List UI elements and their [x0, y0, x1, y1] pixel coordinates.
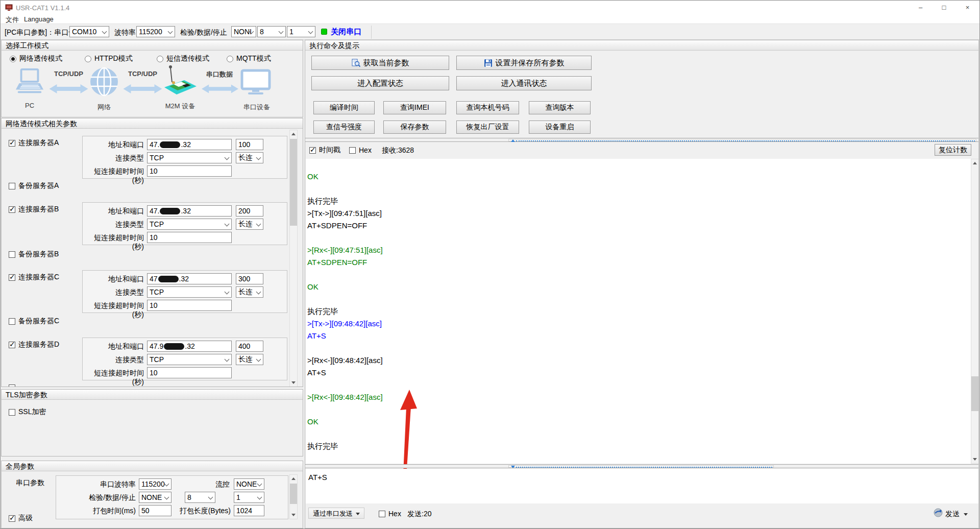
global-parity-select[interactable]: NONE	[139, 492, 172, 503]
flow-control-select[interactable]: NONE	[234, 478, 264, 490]
server-d-port-input[interactable]	[236, 341, 263, 352]
backup-server-b-checkbox[interactable]: 备份服务器B	[9, 250, 59, 258]
mode-radio-net-passthrough[interactable]: 网络透传模式	[10, 55, 62, 63]
global-baud-select[interactable]: 115200	[139, 478, 172, 490]
log-splitter-top[interactable]	[305, 138, 978, 142]
collapse-up-icon[interactable]	[511, 139, 515, 142]
ssl-checkbox[interactable]: SSL加密	[9, 408, 46, 416]
stopbits-select[interactable]: 1	[287, 26, 315, 37]
chevron-down-icon	[308, 29, 313, 34]
scroll-up-icon[interactable]	[290, 475, 297, 483]
collapse-down-icon[interactable]	[511, 466, 515, 468]
mode-radio-mqtt[interactable]: MQTT模式	[227, 55, 271, 63]
send-icon[interactable]	[934, 508, 943, 517]
server-a-port-input[interactable]	[236, 139, 263, 150]
send-hex-checkbox[interactable]: Hex	[379, 510, 401, 518]
server-c-timeout-input[interactable]	[147, 300, 232, 311]
server-b-conn-type-select[interactable]: TCP	[147, 219, 232, 230]
pack-time-label: 打包时间(ms)	[56, 507, 136, 516]
backup-server-c-checkbox[interactable]: 备份服务器C	[9, 317, 59, 325]
log-splitter-bottom[interactable]	[305, 464, 978, 468]
server-d-address-input[interactable]: 47.9.32	[147, 341, 232, 352]
scrollbar-thumb[interactable]	[971, 376, 978, 411]
mode-radio-httpd[interactable]: HTTPD模式	[85, 55, 133, 63]
log-hex-checkbox[interactable]: Hex	[349, 146, 372, 154]
compile-time-button[interactable]: 编译时间	[313, 101, 375, 114]
query-version-button[interactable]: 查询版本	[529, 101, 591, 114]
server-c-keepalive-select[interactable]: 长连	[236, 286, 263, 298]
reset-count-button[interactable]: 复位计数	[935, 144, 971, 156]
databits-select[interactable]: 8	[257, 26, 286, 37]
global-stopbits-select[interactable]: 1	[234, 492, 264, 503]
server-c-port-input[interactable]	[236, 273, 263, 284]
pc-serial-params-label: [PC串口参数]：串口号	[5, 28, 76, 37]
pack-time-input[interactable]	[139, 505, 172, 516]
server-b-keepalive-select[interactable]: 长连	[236, 219, 263, 230]
close-serial-button[interactable]: 关闭串口	[331, 27, 361, 37]
server-b-port-input[interactable]	[236, 205, 263, 217]
query-phone-number-button[interactable]: 查询本机号码	[456, 101, 519, 114]
pack-length-input[interactable]	[234, 505, 264, 516]
maximize-button[interactable]: □	[933, 1, 955, 14]
server-d-timeout-input[interactable]	[147, 367, 232, 378]
log-scrollbar[interactable]	[971, 159, 979, 464]
enter-comm-button[interactable]: 进入通讯状态	[456, 76, 592, 90]
advanced-checkbox[interactable]: 高级	[9, 514, 33, 522]
query-signal-button[interactable]: 查信号强度	[313, 121, 375, 134]
server-b-timeout-input[interactable]	[147, 232, 232, 243]
chevron-down-icon	[257, 482, 262, 487]
scroll-up-icon[interactable]	[971, 159, 978, 167]
server-a-keepalive-select[interactable]: 长连	[236, 152, 263, 163]
server-b-checkbox[interactable]: 连接服务器B	[9, 205, 59, 213]
server-c-checkbox[interactable]: 连接服务器C	[9, 273, 59, 281]
set-save-params-button[interactable]: 设置并保存所有参数	[456, 56, 592, 70]
send-via-serial-dropdown[interactable]: 通过串口发送	[308, 508, 364, 519]
server-a-address-input[interactable]: 47..32	[147, 139, 232, 150]
global-databits-select[interactable]: 8	[185, 492, 215, 503]
scroll-down-icon[interactable]	[971, 455, 978, 463]
server-a-timeout-input[interactable]	[147, 165, 232, 177]
addr-prefix: 47.	[150, 140, 159, 149]
server-c-address-input[interactable]: 47.32	[147, 273, 232, 284]
server-b-address-input[interactable]: 47..32	[147, 205, 232, 217]
save-params-button[interactable]: 保存参数	[383, 121, 446, 134]
scroll-up-icon[interactable]	[290, 130, 297, 138]
mode-radio-sms-passthrough[interactable]: 短信透传模式	[157, 55, 209, 63]
scrollbar-thumb[interactable]	[290, 484, 297, 504]
server-d-keepalive-select[interactable]: 长连	[236, 354, 263, 365]
device-restart-button[interactable]: 设备重启	[529, 121, 591, 134]
global-scrollbar[interactable]	[289, 474, 298, 519]
minimize-button[interactable]: –	[909, 1, 932, 14]
server-a-conn-type-select[interactable]: TCP	[147, 152, 232, 163]
server-list-scrollbar[interactable]	[289, 130, 298, 387]
com-port-select[interactable]: COM10	[69, 26, 109, 37]
send-button[interactable]: 发送	[945, 510, 968, 519]
splitter-grip[interactable]	[508, 139, 976, 141]
scroll-down-icon[interactable]	[290, 379, 297, 387]
addr-suffix: .32	[181, 207, 190, 215]
server-a-checkbox[interactable]: 连接服务器A	[9, 139, 59, 147]
baud-select[interactable]: 115200	[136, 26, 175, 37]
server-d-conn-type-select[interactable]: TCP	[147, 354, 232, 365]
m2m-device-icon	[163, 64, 198, 97]
timeout-label: 短连接超时时间(秒)	[83, 369, 144, 387]
dropdown-arrow-icon	[356, 513, 360, 515]
scroll-down-icon[interactable]	[290, 511, 297, 519]
menu-language[interactable]: Language	[22, 15, 56, 23]
factory-reset-button[interactable]: 恢复出厂设置	[456, 121, 519, 134]
send-input[interactable]: AT+S	[306, 469, 978, 503]
enter-config-button[interactable]: 进入配置状态	[311, 76, 449, 90]
server-c-conn-type-select[interactable]: TCP	[147, 286, 232, 298]
splitter-grip[interactable]	[508, 465, 774, 468]
redaction-blob	[164, 343, 184, 350]
log-line: 执行完毕	[307, 307, 971, 319]
get-params-button[interactable]: 获取当前参数	[311, 56, 449, 70]
timestamp-checkbox[interactable]: 时间戳	[309, 146, 340, 154]
close-button[interactable]: ×	[956, 1, 979, 14]
query-imei-button[interactable]: 查询IMEI	[383, 101, 446, 114]
scrollbar-thumb[interactable]	[290, 139, 297, 226]
server-d-checkbox[interactable]: 连接服务器D	[9, 341, 59, 349]
backup-server-a-checkbox[interactable]: 备份服务器A	[9, 182, 59, 190]
log-line	[307, 344, 971, 356]
parity-select[interactable]: NONI	[231, 26, 256, 37]
